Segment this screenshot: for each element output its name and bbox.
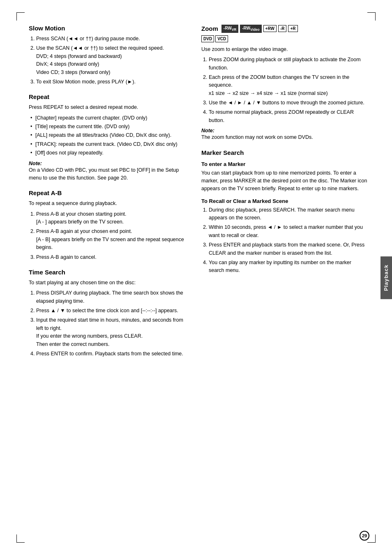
slow-motion-step-2: Use the SCAN (◄◄ or ††) to select the re… [36,44,189,76]
repeat-bullet-2: [Title] repeats the current title. (DVD … [30,123,189,131]
repeat-ab-section: Repeat A-B To repeat a sequence during p… [29,189,189,261]
repeat-ab-step-2: Press A-B again at your chosen end point… [36,228,189,251]
slow-motion-title: Slow Motion [29,25,189,32]
slow-motion-section: Slow Motion Press SCAN (◄◄ or ††) during… [29,25,189,86]
zoom-step-3: Use the ◄ / ► / ▲ / ▼ buttons to move th… [209,99,367,107]
repeat-bullet-1: [Chapter] repeats the current chapter. (… [30,114,189,122]
time-search-step-3: Input the required start time in hours, … [36,316,189,348]
repeat-ab-title: Repeat A-B [29,189,189,196]
zoom-intro: Use zoom to enlarge the video image. [201,46,367,53]
zoom-badge-plusr: +R [288,25,297,32]
marker-recall-steps: During disc playback, press SEARCH. The … [201,206,367,275]
zoom-section: Zoom -RWVR -RWVideo +RW -R +R DVD VCD Us… [201,25,367,142]
zoom-step-2: Each press of the ZOOM button changes th… [209,74,367,97]
zoom-badge-rwvideo: -RWVideo [240,25,261,33]
marker-search-section: Marker Search To enter a Marker You can … [201,149,367,275]
time-search-title: Time Search [29,269,189,276]
marker-recall-step-2: Within 10 seconds, press ◄ / ► to select… [209,223,367,240]
time-search-step-4: Press ENTER to confirm. Playback starts … [36,350,189,358]
repeat-ab-intro: To repeat a sequence during playback. [29,200,189,207]
marker-recall-step-4: You can play any marker by inputting its… [209,259,367,275]
repeat-ab-step-1: Press A-B at your chosen starting point.… [36,210,189,226]
repeat-section: Repeat Press REPEAT to select a desired … [29,93,189,182]
right-column: Zoom -RWVR -RWVideo +RW -R +R DVD VCD Us… [201,25,367,365]
slow-motion-step-3: To exit Slow Motion mode, press PLAY (►)… [36,78,189,86]
repeat-bullet-4: [TRACK]: repeats the current track. (Vid… [30,140,189,148]
repeat-intro: Press REPEAT to select a desired repeat … [29,104,189,111]
left-column: Slow Motion Press SCAN (◄◄ or ††) during… [29,25,189,365]
repeat-note-text: On a Video CD with PBC, you must set PBC… [29,166,189,182]
repeat-bullet-5: [Off] does not play repeatedly. [30,149,189,157]
repeat-title: Repeat [29,93,189,100]
time-search-step-1: Press DISPLAY during playback. The time … [36,289,189,305]
repeat-ab-steps: Press A-B at your chosen starting point.… [29,210,189,261]
repeat-bullets: [Chapter] repeats the current chapter. (… [29,114,189,157]
marker-recall-step-3: Press ENTER and playback starts from the… [209,241,367,257]
repeat-ab-step-3: Press A-B again to cancel. [36,253,189,261]
zoom-badge-row2: DVD VCD [201,35,367,42]
zoom-step-1: Press ZOOM during playback or still play… [209,56,367,72]
zoom-badge-plusrw: +RW [263,25,277,32]
slow-motion-step-1: Press SCAN (◄◄ or ††) during pause mode. [36,35,189,43]
zoom-step-4: To resume normal playback, press ZOOM re… [209,108,367,124]
zoom-steps: Press ZOOM during playback or still play… [201,56,367,124]
time-search-step-2: Press ▲ / ▼ to select the time clock ico… [36,307,189,315]
marker-enter-text: You can start playback from up to nine m… [201,169,367,193]
zoom-badge-rwvr: -RWVR [221,25,238,33]
time-search-section: Time Search To start playing at any chos… [29,269,189,358]
slow-motion-steps: Press SCAN (◄◄ or ††) during pause mode.… [29,35,189,86]
time-search-intro: To start playing at any chosen time on t… [29,279,189,287]
time-search-steps: Press DISPLAY during playback. The time … [29,289,189,358]
marker-enter-heading: To enter a Marker [201,161,367,167]
marker-recall-step-1: During disc playback, press SEARCH. The … [209,206,367,222]
zoom-note-text: The zoom function may not work on some D… [201,134,367,141]
marker-recall-heading: To Recall or Clear a Marked Scene [201,198,367,204]
marker-search-title: Marker Search [201,149,367,156]
zoom-note-heading: Note: [201,128,367,134]
zoom-badge-dvd: DVD [201,35,214,42]
repeat-bullet-3: [ALL] repeats the all titles/tracks (Vid… [30,131,189,139]
zoom-badge-minusr: -R [278,25,287,32]
zoom-title-row: Zoom -RWVR -RWVideo +RW -R +R [201,25,367,33]
zoom-badge-vcd: VCD [215,35,228,42]
zoom-title: Zoom [201,25,218,32]
repeat-note-heading: Note: [29,161,189,166]
